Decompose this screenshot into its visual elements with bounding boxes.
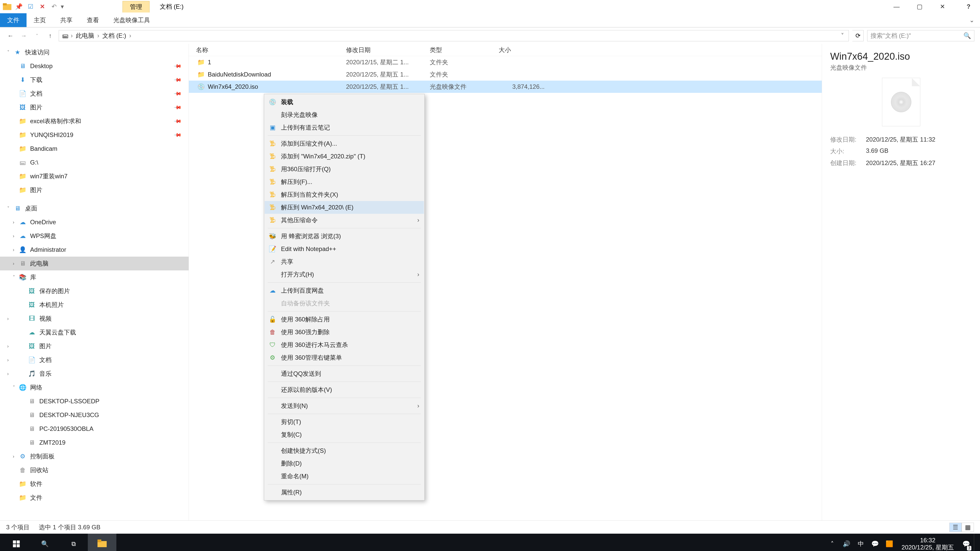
- tab-view[interactable]: 查看: [80, 13, 106, 27]
- nav-pc-4[interactable]: 🖥ZMT2019: [0, 436, 189, 449]
- ctx-360-scan[interactable]: 🛡使用 360进行木马云查杀: [265, 338, 424, 351]
- tray-expand[interactable]: ˄: [826, 534, 839, 551]
- ctx-mount[interactable]: 💿装载: [265, 96, 424, 108]
- volume-icon[interactable]: 🔊: [840, 534, 853, 551]
- ime-indicator[interactable]: 中: [854, 534, 867, 551]
- nav-libraries[interactable]: ˅📚库: [0, 270, 189, 284]
- nav-documents[interactable]: 📄文档📌: [0, 87, 189, 100]
- nav-pictures2[interactable]: 📁图片: [0, 183, 189, 197]
- ctx-qq-send[interactable]: 通过QQ发送到: [265, 367, 424, 380]
- taskbar-clock[interactable]: 16:32 2020/12/25, 星期五: [897, 537, 959, 551]
- nav-excel[interactable]: 📁excel表格制作求和📌: [0, 114, 189, 128]
- qat-undo-icon[interactable]: ↶: [49, 2, 59, 12]
- ribbon-context-tab[interactable]: 管理: [123, 1, 150, 13]
- search-icon[interactable]: 🔍: [963, 32, 971, 39]
- chevron-right-icon[interactable]: ›: [97, 32, 100, 39]
- ctx-add-archive[interactable]: 🗜添加到压缩文件(A)...: [265, 137, 424, 150]
- start-button[interactable]: [2, 534, 30, 551]
- nav-back[interactable]: ←: [6, 31, 15, 41]
- ctx-notepad[interactable]: 📝Edit with Notepad++: [265, 243, 424, 256]
- nav-software[interactable]: 📁软件: [0, 477, 189, 491]
- col-date[interactable]: 修改日期: [346, 46, 430, 54]
- nav-saved-pics[interactable]: 🖼保存的图片: [0, 284, 189, 298]
- nav-onedrive[interactable]: ›☁OneDrive: [0, 215, 189, 229]
- ctx-honey-browser[interactable]: 🐝用 蜂蜜浏览器 浏览(3): [265, 230, 424, 243]
- nav-pictures[interactable]: 🖼图片📌: [0, 100, 189, 114]
- qat-pin-icon[interactable]: 📌: [14, 2, 24, 12]
- breadcrumb-dropdown[interactable]: ˅: [839, 32, 846, 39]
- nav-win7[interactable]: 📁win7重装win7: [0, 169, 189, 183]
- notification-badge[interactable]: 💬3: [959, 534, 973, 551]
- nav-files[interactable]: 📁文件: [0, 491, 189, 505]
- nav-recycle[interactable]: 🗑回收站: [0, 463, 189, 477]
- ctx-cut[interactable]: 剪切(T): [265, 416, 424, 428]
- tab-file[interactable]: 文件: [0, 13, 27, 27]
- nav-lib-pics[interactable]: ›🖼图片: [0, 339, 189, 353]
- breadcrumb-drive[interactable]: 文档 (E:): [101, 32, 127, 40]
- ctx-restore[interactable]: 还原以前的版本(V): [265, 383, 424, 396]
- breadcrumb-thispc[interactable]: 此电脑: [74, 32, 96, 40]
- nav-control-panel[interactable]: ›⚙控制面板: [0, 449, 189, 463]
- nav-desktop-group[interactable]: ˅🖥桌面: [0, 202, 189, 215]
- ribbon-collapse[interactable]: ⌄: [964, 13, 980, 27]
- search-input[interactable]: 搜索"文档 (E:)" 🔍: [867, 30, 974, 41]
- nav-network[interactable]: ˅🌐网络: [0, 381, 189, 394]
- qat-dropdown[interactable]: ▾: [61, 3, 67, 10]
- nav-thispc[interactable]: ›🖥此电脑: [0, 257, 189, 270]
- ctx-shortcut[interactable]: 创建快捷方式(S): [265, 445, 424, 457]
- chevron-right-icon[interactable]: ›: [129, 32, 132, 39]
- ctx-360-delete[interactable]: 🗑使用 360强力删除: [265, 326, 424, 338]
- qat-properties-icon[interactable]: ☑: [25, 2, 36, 12]
- nav-videos[interactable]: ›🎞视频: [0, 312, 189, 326]
- explorer-taskbar[interactable]: [88, 534, 116, 551]
- nav-desktop[interactable]: 🖥Desktop📌: [0, 59, 189, 73]
- ctx-open-360[interactable]: 🗜用360压缩打开(Q): [265, 163, 424, 176]
- ctx-youdao[interactable]: ▣上传到有道云笔记: [265, 121, 424, 134]
- ctx-baidu[interactable]: ☁上传到百度网盘: [265, 284, 424, 297]
- ctx-extract-here[interactable]: 🗜解压到当前文件夹(X): [265, 188, 424, 201]
- col-size[interactable]: 大小: [499, 46, 550, 54]
- tab-iso-tools[interactable]: 光盘映像工具: [106, 13, 157, 27]
- maximize-button[interactable]: ▢: [908, 0, 931, 13]
- nav-pane[interactable]: ˅★快速访问 🖥Desktop📌 ⬇下载📌 📄文档📌 🖼图片📌 📁excel表格…: [0, 44, 189, 520]
- ctx-360-unlock[interactable]: 🔓使用 360解除占用: [265, 313, 424, 326]
- ctx-add-zip[interactable]: 🗜添加到 "Win7x64_2020.zip" (T): [265, 150, 424, 163]
- nav-pc-3[interactable]: 🖥PC-20190530OBLA: [0, 422, 189, 436]
- nav-recent-dropdown[interactable]: ˅: [32, 31, 42, 41]
- tab-home[interactable]: 主页: [27, 13, 53, 27]
- nav-gdrive[interactable]: 🖴G:\: [0, 156, 189, 169]
- nav-tianyi[interactable]: ☁天翼云盘下载: [0, 326, 189, 339]
- file-row-selected[interactable]: 💿 Win7x64_2020.iso 2020/12/25, 星期五 1... …: [189, 81, 822, 93]
- nav-quick-access[interactable]: ˅★快速访问: [0, 45, 189, 59]
- refresh-button[interactable]: ⟳: [853, 30, 864, 41]
- nav-admin[interactable]: ›👤Administrator: [0, 243, 189, 257]
- col-type[interactable]: 类型: [430, 46, 499, 54]
- minimize-button[interactable]: —: [885, 0, 908, 13]
- ctx-copy[interactable]: 复制(C): [265, 428, 424, 441]
- ctx-open-with[interactable]: 打开方式(H)›: [265, 268, 424, 281]
- nav-downloads[interactable]: ⬇下载📌: [0, 73, 189, 87]
- show-desktop[interactable]: [974, 534, 978, 551]
- nav-pc-1[interactable]: 🖥DESKTOP-LSSOEDP: [0, 394, 189, 408]
- breadcrumb[interactable]: 🖴 › 此电脑 › 文档 (E:) › ˅: [59, 30, 849, 41]
- qat-delete-icon[interactable]: ✕: [37, 2, 48, 12]
- view-details[interactable]: ☰: [950, 523, 962, 532]
- search-button[interactable]: 🔍: [30, 534, 59, 551]
- taskbar[interactable]: 🔍 ⧉ ˄ 🔊 中 💬 🟧 16:32 2020/12/25, 星期五 💬3: [0, 534, 980, 551]
- view-icons[interactable]: ▦: [962, 523, 974, 532]
- nav-lib-music[interactable]: ›🎵音乐: [0, 367, 189, 381]
- nav-lib-docs[interactable]: ›📄文档: [0, 353, 189, 367]
- nav-up[interactable]: ↑: [45, 31, 55, 41]
- ctx-other-compress[interactable]: 🗜其他压缩命令›: [265, 214, 424, 227]
- nav-bandicam[interactable]: 📁Bandicam: [0, 142, 189, 156]
- file-row[interactable]: 📁 BaiduNetdiskDownload 2020/12/25, 星期五 1…: [189, 68, 822, 81]
- ctx-delete[interactable]: 删除(D): [265, 457, 424, 470]
- bandicam-tray-icon[interactable]: 🟧: [883, 534, 896, 551]
- close-button[interactable]: ✕: [931, 0, 954, 13]
- nav-local-pics[interactable]: 🖼本机照片: [0, 298, 189, 312]
- ctx-burn[interactable]: 刻录光盘映像: [265, 108, 424, 121]
- nav-yunqishi[interactable]: 📁YUNQISHI2019📌: [0, 128, 189, 142]
- file-row[interactable]: 📁 1 2020/12/15, 星期二 1... 文件夹: [189, 56, 822, 68]
- col-name[interactable]: 名称: [196, 46, 346, 54]
- ctx-rename[interactable]: 重命名(M): [265, 470, 424, 483]
